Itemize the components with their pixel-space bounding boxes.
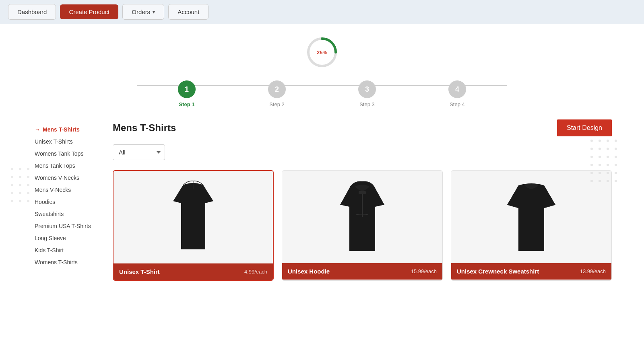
sidebar-item-label-7: Sweatshirts bbox=[35, 211, 64, 217]
progress-circle: 25% bbox=[306, 36, 338, 68]
step-1[interactable]: 1 Step 1 bbox=[178, 80, 196, 107]
sidebar-item-womens-tank-tops[interactable]: Womens Tank Tops bbox=[32, 148, 101, 160]
step-3[interactable]: 3 Step 3 bbox=[358, 80, 376, 107]
product-card-image-1 bbox=[282, 171, 442, 263]
product-card-name-1: Unisex Hoodie bbox=[288, 268, 330, 275]
sidebar-item-label-9: Long Sleeve bbox=[35, 235, 66, 241]
product-card-1[interactable]: Unisex Hoodie 15.99/each bbox=[282, 170, 443, 281]
sidebar-item-unisex-tshirts[interactable]: Unisex T-Shirts bbox=[32, 136, 101, 148]
svg-rect-42 bbox=[359, 191, 366, 194]
product-card-2[interactable]: Unisex Crewneck Sweatshirt 13.99/each bbox=[451, 170, 612, 281]
sidebar-item-label-8: Premium USA T-Shirts bbox=[35, 223, 91, 229]
sidebar-item-mens-tshirts[interactable]: → Mens T-Shirts bbox=[32, 123, 101, 136]
sidebar-item-label-1: Unisex T-Shirts bbox=[35, 138, 73, 145]
step-2-label: Step 2 bbox=[269, 101, 285, 107]
product-card-price-1: 15.99/each bbox=[411, 268, 437, 274]
product-grid: Unisex T-Shirt 4.99/each bbox=[113, 170, 612, 281]
product-card-price-2: 13.99/each bbox=[580, 268, 606, 274]
product-area: Mens T-Shirts Start Design All bbox=[113, 119, 612, 281]
header: Dashboard Create Product Orders ▾ Accoun… bbox=[0, 0, 644, 24]
step-4[interactable]: 4 Step 4 bbox=[448, 80, 466, 107]
product-card-footer-1: Unisex Hoodie 15.99/each bbox=[282, 263, 442, 280]
sidebar-item-womens-vnecks[interactable]: Womens V-Necks bbox=[32, 172, 101, 184]
product-card-footer-0: Unisex T-Shirt 4.99/each bbox=[114, 263, 273, 280]
sidebar-item-label-4: Womens V-Necks bbox=[35, 175, 79, 181]
step-1-label: Step 1 bbox=[179, 101, 194, 107]
steps-wrapper: 1 Step 1 2 Step 2 3 Step 3 4 Step 4 bbox=[178, 80, 466, 107]
step-2-circle: 2 bbox=[268, 80, 286, 98]
steps-container: 1 Step 1 2 Step 2 3 Step 3 4 Step 4 bbox=[0, 76, 644, 119]
orders-label: Orders bbox=[132, 8, 150, 15]
sidebar-item-label-0: Mens T-Shirts bbox=[43, 126, 80, 133]
sidebar-item-mens-tank-tops[interactable]: Mens Tank Tops bbox=[32, 160, 101, 172]
sidebar-item-label-3: Mens Tank Tops bbox=[35, 162, 75, 169]
filter-area: All bbox=[113, 144, 612, 160]
step-1-circle: 1 bbox=[178, 80, 196, 98]
start-design-button[interactable]: Start Design bbox=[557, 119, 612, 136]
dashboard-button[interactable]: Dashboard bbox=[8, 4, 56, 20]
account-button[interactable]: Account bbox=[168, 4, 208, 20]
step-4-circle: 4 bbox=[448, 80, 466, 98]
sidebar-item-label-5: Mens V-Necks bbox=[35, 187, 71, 193]
sidebar-item-kids-tshirt[interactable]: Kids T-Shirt bbox=[32, 244, 101, 256]
filter-select[interactable]: All bbox=[113, 144, 165, 160]
step-3-label: Step 3 bbox=[359, 101, 375, 107]
step-4-label: Step 4 bbox=[450, 101, 465, 107]
sidebar-item-premium-usa[interactable]: Premium USA T-Shirts bbox=[32, 220, 101, 232]
sidebar-item-label-2: Womens Tank Tops bbox=[35, 150, 83, 157]
sidebar: → Mens T-Shirts Unisex T-Shirts Womens T… bbox=[32, 119, 101, 281]
create-product-button[interactable]: Create Product bbox=[60, 4, 118, 19]
product-card-footer-2: Unisex Crewneck Sweatshirt 13.99/each bbox=[451, 263, 611, 280]
sidebar-item-sweatshirts[interactable]: Sweatshirts bbox=[32, 208, 101, 220]
product-card-price-0: 4.99/each bbox=[244, 269, 267, 275]
progress-percent: 25% bbox=[317, 49, 327, 56]
product-card-name-0: Unisex T-Shirt bbox=[119, 268, 160, 275]
product-header: Mens T-Shirts Start Design bbox=[113, 119, 612, 136]
main-content: 25% 1 Step 1 2 Step 2 3 Step 3 4 Step 4 bbox=[0, 24, 644, 362]
sidebar-item-long-sleeve[interactable]: Long Sleeve bbox=[32, 232, 101, 244]
product-section-title: Mens T-Shirts bbox=[113, 122, 176, 134]
orders-dropdown-arrow: ▾ bbox=[153, 9, 155, 15]
progress-area: 25% bbox=[0, 24, 644, 76]
product-card-name-2: Unisex Crewneck Sweatshirt bbox=[457, 268, 539, 275]
sidebar-item-label-6: Hoodies bbox=[35, 199, 55, 205]
sidebar-arrow-icon: → bbox=[35, 126, 40, 133]
product-card-image-0 bbox=[114, 171, 273, 263]
product-card-image-2 bbox=[451, 171, 611, 263]
sidebar-item-label-10: Kids T-Shirt bbox=[35, 247, 64, 253]
orders-button[interactable]: Orders ▾ bbox=[122, 4, 164, 20]
sidebar-item-mens-vnecks[interactable]: Mens V-Necks bbox=[32, 184, 101, 196]
product-card-0[interactable]: Unisex T-Shirt 4.99/each bbox=[113, 170, 274, 281]
sidebar-item-hoodies[interactable]: Hoodies bbox=[32, 196, 101, 208]
sidebar-item-womens-tshirts[interactable]: Womens T-Shirts bbox=[32, 256, 101, 268]
step-2[interactable]: 2 Step 2 bbox=[268, 80, 286, 107]
sidebar-item-label-11: Womens T-Shirts bbox=[35, 259, 78, 265]
step-3-circle: 3 bbox=[358, 80, 376, 98]
content-area: → Mens T-Shirts Unisex T-Shirts Womens T… bbox=[0, 119, 644, 297]
